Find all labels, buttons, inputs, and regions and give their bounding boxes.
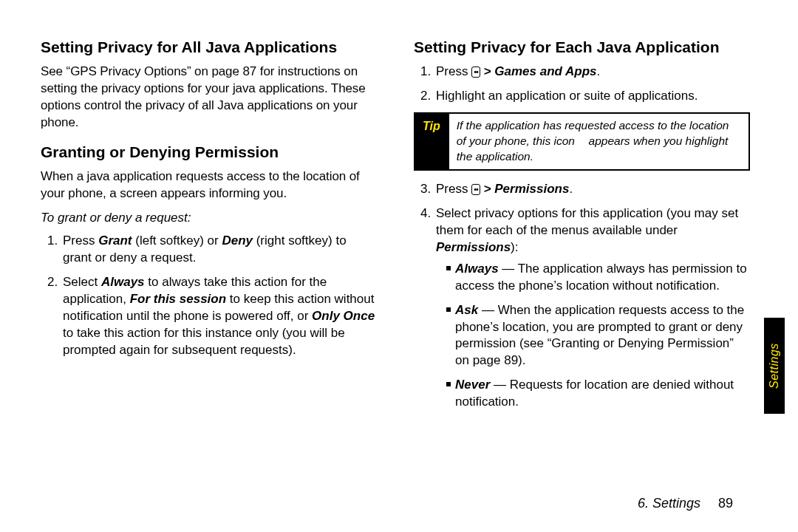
para-grant-deny: When a java application requests access …: [41, 168, 377, 202]
softkey-deny: Deny: [222, 233, 253, 248]
text: Press: [63, 233, 98, 248]
text: — The application always has permission …: [455, 262, 747, 293]
text: Press: [436, 64, 471, 78]
text: — Requests for location are denied witho…: [455, 378, 734, 409]
option-always: Always: [101, 275, 145, 289]
option-ask: Ask — When the application requests acce…: [446, 302, 750, 370]
label: Always: [455, 262, 499, 276]
heading-each-java: Setting Privacy for Each Java Applicatio…: [414, 37, 750, 58]
heading-all-java: Setting Privacy for All Java Application…: [41, 37, 377, 58]
label: Ask: [455, 303, 478, 317]
step-4: Select privacy options for this applicat…: [434, 205, 750, 411]
menu-key-icon: ••: [471, 66, 480, 78]
option-session: For this session: [130, 292, 226, 306]
permission-options: Always — The application always has perm…: [436, 261, 750, 412]
option-once: Only Once: [312, 309, 375, 323]
tip-body: If the application has requested access …: [449, 114, 748, 169]
label: Never: [455, 378, 490, 392]
text: Press: [436, 182, 471, 196]
text: .: [569, 182, 573, 196]
each-java-steps-cont: Press •• > Permissions. Select privacy o…: [414, 181, 750, 411]
text: >: [480, 182, 494, 196]
text: >: [480, 64, 494, 78]
option-never: Never — Requests for location are denied…: [446, 377, 750, 411]
menu-permissions: Permissions: [436, 240, 511, 254]
menu-key-icon: ••: [471, 184, 480, 195]
each-java-steps: Press •• > Games and Apps. Highlight an …: [414, 64, 750, 105]
tip-label: Tip: [415, 114, 449, 169]
option-always: Always — The application always has perm…: [446, 261, 750, 295]
step-1: Press •• > Games and Apps.: [434, 64, 750, 81]
text: ):: [511, 240, 518, 254]
page-footer: 6. Settings89: [638, 496, 733, 511]
text: to take this action for this instance on…: [63, 326, 345, 357]
step-3: Press •• > Permissions.: [434, 181, 750, 198]
text: Select: [63, 275, 101, 289]
step-2: Highlight an application or suite of app…: [434, 88, 750, 105]
instruction-label: To grant or deny a request:: [41, 210, 377, 227]
heading-grant-deny: Granting or Denying Permission: [41, 142, 377, 163]
menu-permissions: Permissions: [494, 182, 569, 196]
step-2: Select Always to always take this action…: [61, 274, 377, 359]
page-number: 89: [718, 496, 733, 511]
step-1: Press Grant (left softkey) or Deny (righ…: [61, 233, 377, 267]
right-column: Setting Privacy for Each Java Applicatio…: [414, 37, 750, 495]
location-icon: [578, 136, 585, 145]
para-all-java: See “GPS Privacy Options” on page 87 for…: [41, 64, 377, 132]
text: Select privacy options for this applicat…: [436, 206, 738, 237]
chapter-label: 6. Settings: [638, 496, 700, 511]
tip-box: Tip If the application has requested acc…: [414, 112, 750, 171]
text: (left softkey) or: [132, 233, 222, 248]
softkey-grant: Grant: [98, 233, 132, 248]
grant-deny-steps: Press Grant (left softkey) or Deny (righ…: [41, 233, 377, 359]
menu-games-apps: Games and Apps: [494, 64, 596, 78]
left-column: Setting Privacy for All Java Application…: [41, 37, 377, 495]
page-content: Setting Privacy for All Java Application…: [41, 37, 750, 495]
text: .: [597, 64, 601, 78]
text: — When the application requests access t…: [455, 303, 744, 368]
side-tab-settings: Settings: [764, 318, 785, 414]
